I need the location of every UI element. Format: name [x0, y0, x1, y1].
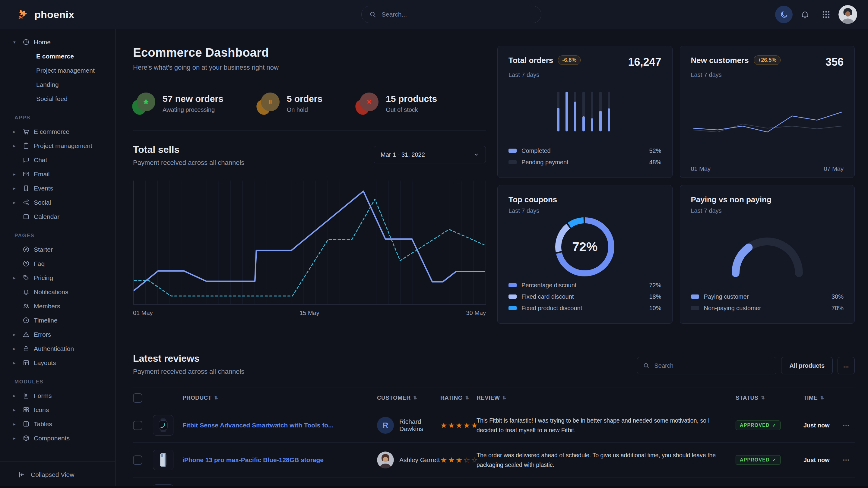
- review-text: This Fitbit is fantastic! I was trying t…: [476, 416, 736, 435]
- legend-label: Pending payment: [522, 159, 568, 166]
- sidebar-item-tables[interactable]: ▸Tables: [0, 417, 115, 431]
- sidebar-item-forms[interactable]: ▸Forms: [0, 389, 115, 403]
- reviews-search-input[interactable]: [654, 362, 770, 369]
- column-header-rating[interactable]: RATING ⇅: [440, 395, 476, 401]
- sidebar-item-icons[interactable]: ▸Icons: [0, 403, 115, 417]
- global-search[interactable]: [361, 6, 541, 23]
- x-axis-label: 15 May: [300, 310, 319, 317]
- column-header-status[interactable]: STATUS ⇅: [736, 395, 803, 401]
- legend-label: Fixed card discount: [522, 293, 574, 300]
- sidebar-item-label: Chat: [34, 157, 47, 164]
- sidebar-item-label: Project management: [34, 142, 92, 150]
- sort-icon[interactable]: ⇅: [413, 395, 417, 400]
- donut-center-label: 72%: [508, 240, 661, 254]
- product-link[interactable]: iPhone 13 pro max-Pacific Blue-128GB sto…: [183, 456, 377, 464]
- sidebar-item-starter[interactable]: Starter: [0, 242, 115, 257]
- sort-icon[interactable]: ⇅: [761, 395, 765, 400]
- latest-reviews-section: Latest reviews Payment received across a…: [133, 336, 855, 488]
- product-thumbnail[interactable]: [153, 415, 174, 435]
- sidebar-item-label: Home: [34, 39, 51, 46]
- sidebar-item-calendar[interactable]: Calendar: [0, 209, 115, 224]
- rating-stars: ★★★★★: [440, 421, 476, 430]
- coupons-donut-chart: 72%: [508, 214, 661, 280]
- legend-value: 48%: [649, 159, 661, 166]
- coupons-legend: Percentage discount 72% Fixed card disco…: [508, 280, 661, 314]
- notifications-button[interactable]: [796, 6, 814, 23]
- sort-icon[interactable]: ⇅: [502, 395, 506, 400]
- customer-avatar: R: [377, 417, 394, 434]
- star-icon: [133, 93, 155, 114]
- pause-icon: [257, 93, 280, 114]
- sidebar-item-timeline[interactable]: Timeline: [0, 313, 115, 327]
- sidebar-item-landing[interactable]: Landing: [0, 77, 115, 92]
- sort-icon[interactable]: ⇅: [214, 395, 218, 400]
- column-header-time[interactable]: TIME ⇅: [803, 395, 843, 401]
- pie-chart-icon: [23, 39, 30, 45]
- sidebar-item-errors[interactable]: ▸Errors: [0, 327, 115, 341]
- column-header-review[interactable]: REVIEW ⇅: [476, 395, 736, 401]
- reviews-search[interactable]: [637, 357, 776, 375]
- sidebar-item-layouts[interactable]: ▸Layouts: [0, 356, 115, 370]
- main-content: Ecommerce Dashboard Here's what's going …: [116, 29, 868, 488]
- sidebar-item-faq[interactable]: Faq: [0, 257, 115, 271]
- sort-icon[interactable]: ⇅: [465, 395, 469, 400]
- collapse-icon: [18, 471, 25, 479]
- x-axis-label: 30 May: [466, 310, 486, 317]
- stat-15-products: 15 products Out of stock: [356, 93, 437, 114]
- sidebar-item-notifications[interactable]: Notifications: [0, 285, 115, 299]
- customer-cell[interactable]: Ashley Garrett: [377, 452, 440, 468]
- table-row: Fitbit Sense Advanced Smartwatch with To…: [133, 408, 855, 443]
- product-thumbnail[interactable]: [153, 450, 174, 470]
- select-all-checkbox[interactable]: [133, 393, 142, 403]
- row-more-icon[interactable]: ⋯: [843, 456, 849, 464]
- customer-cell[interactable]: RRichard Dawkins: [377, 417, 440, 434]
- sidebar-item-project-management[interactable]: ▸Project management: [0, 139, 115, 153]
- all-products-button[interactable]: All products: [781, 357, 833, 375]
- row-checkbox[interactable]: [133, 421, 142, 430]
- sidebar-item-label: Faq: [34, 260, 44, 267]
- x-icon: [356, 93, 378, 114]
- caret-right-icon: ▸: [13, 435, 19, 441]
- check-icon: ✓: [772, 423, 777, 428]
- sidebar-item-pricing[interactable]: ▸Pricing: [0, 271, 115, 285]
- sidebar-item-members[interactable]: Members: [0, 299, 115, 313]
- apps-menu-button[interactable]: [817, 6, 835, 23]
- column-header-customer[interactable]: CUSTOMER ⇅: [377, 395, 440, 401]
- sidebar-item-email[interactable]: ▸Email: [0, 167, 115, 181]
- lock-icon: [23, 345, 30, 352]
- sidebar-item-e-commerce[interactable]: E commerce: [0, 49, 115, 63]
- stat-caption: On hold: [287, 106, 322, 113]
- user-avatar[interactable]: [838, 5, 857, 24]
- envelope-icon: [23, 171, 30, 177]
- phone-thumbnail: [155, 452, 171, 468]
- bell-icon: [801, 10, 809, 19]
- row-checkbox[interactable]: [133, 455, 142, 465]
- sidebar-item-home[interactable]: ▾Home: [0, 35, 115, 49]
- sidebar-item-social-feed[interactable]: Social feed: [0, 92, 115, 106]
- sidebar-item-components[interactable]: ▸Components: [0, 431, 115, 445]
- product-link[interactable]: Fitbit Sense Advanced Smartwatch with To…: [183, 422, 377, 429]
- brand-logo[interactable]: phoenix: [0, 8, 74, 21]
- legend-value: 18%: [649, 293, 661, 300]
- date-range-select[interactable]: Mar 1 - 31, 2022: [374, 146, 486, 163]
- sort-icon[interactable]: ⇅: [820, 395, 824, 400]
- row-more-icon[interactable]: ⋯: [843, 421, 849, 429]
- column-label: TIME: [803, 395, 818, 401]
- more-options-button[interactable]: ...: [838, 357, 855, 375]
- sidebar-item-e-commerce[interactable]: ▸E commerce: [0, 125, 115, 139]
- caret-right-icon: ▸: [13, 143, 19, 149]
- theme-toggle-button[interactable]: [775, 6, 793, 23]
- sidebar-item-events[interactable]: ▸Events: [0, 181, 115, 195]
- sidebar-item-project-management[interactable]: Project management: [0, 63, 115, 77]
- column-header-product[interactable]: PRODUCT ⇅: [183, 395, 377, 401]
- sidebar-item-authentication[interactable]: ▸Authentication: [0, 341, 115, 356]
- rating-stars: ★★★☆☆: [440, 456, 476, 464]
- card-title: Total orders: [508, 56, 553, 65]
- sidebar-item-chat[interactable]: Chat: [0, 153, 115, 167]
- sidebar-section-label: MODULES: [0, 370, 115, 389]
- search-input[interactable]: [381, 10, 533, 19]
- sidebar-item-social[interactable]: ▸Social: [0, 195, 115, 209]
- sidebar-item-label: Landing: [36, 81, 59, 88]
- collapse-view-button[interactable]: Collapsed View: [0, 461, 115, 488]
- sidebar-item-label: Forms: [34, 392, 52, 399]
